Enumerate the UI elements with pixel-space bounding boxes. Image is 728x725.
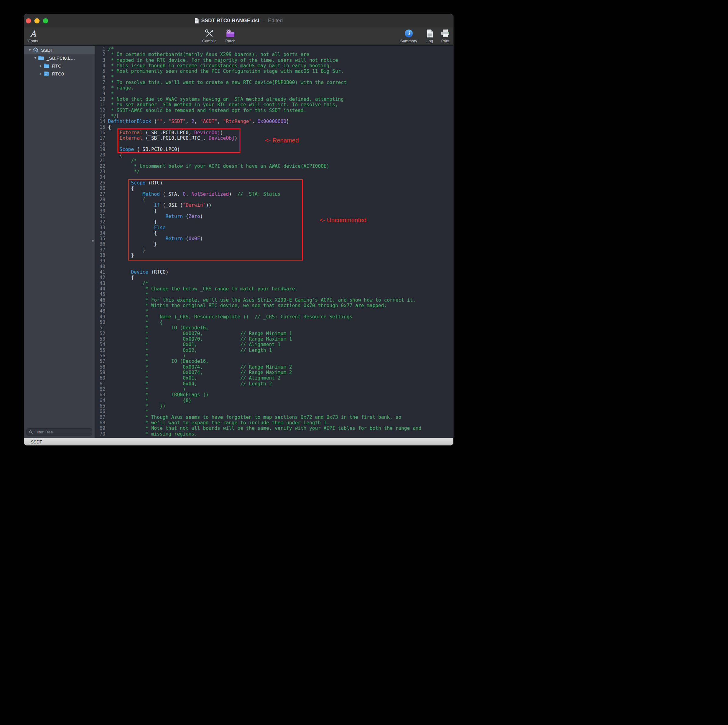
code-line[interactable]: 49 * Name (_CRS, ResourceTemplate () // …	[95, 314, 453, 320]
code-line[interactable]: 2 * On certain motherboards(mainly Asus …	[95, 52, 453, 57]
code-line[interactable]: 19 Scope (_SB.PCI0.LPC0)	[95, 147, 453, 152]
chevron-right-icon[interactable]: ▸	[38, 64, 44, 68]
code-line[interactable]: 6 *	[95, 74, 453, 80]
chevron-right-icon[interactable]: ▸	[38, 72, 44, 76]
code-line[interactable]: 20 {	[95, 152, 453, 158]
code-line[interactable]: 53 * 0x0070, // Range Maximum 1	[95, 336, 453, 342]
sidebar-item-rtc[interactable]: ▸RTC	[24, 62, 95, 70]
code-line[interactable]: 29 If (_OSI ("Darwin"))	[95, 202, 453, 208]
fonts-button[interactable]: A Fonts	[28, 29, 38, 43]
code-line[interactable]: 42 {	[95, 275, 453, 280]
code-line[interactable]: 31 Return (Zero)	[95, 214, 453, 219]
code-line[interactable]: 61 * 0x04, // Length 2	[95, 381, 453, 387]
code-line[interactable]: 34 {	[95, 230, 453, 236]
code-line[interactable]: 24	[95, 175, 453, 180]
code-line[interactable]: 14DefinitionBlock ("", "SSDT", 2, "ACDT"…	[95, 119, 453, 124]
line-number: 68	[95, 420, 105, 425]
code-line[interactable]: 70 * missing regions.	[95, 431, 453, 437]
code-line[interactable]: 13 */	[95, 113, 453, 119]
summary-button[interactable]: i Summary	[400, 29, 417, 43]
code-line[interactable]: 10 * Note that due to AWAC systems havin…	[95, 96, 453, 102]
filter-tree-field[interactable]	[26, 428, 92, 436]
code-line[interactable]: 33 Else	[95, 225, 453, 230]
code-line[interactable]: 55 * 0x02, // Length 1	[95, 347, 453, 353]
code-line[interactable]: 4 * this issue though in extreme circums…	[95, 63, 453, 69]
code-line[interactable]: 44 * Change the below _CRS range to matc…	[95, 286, 453, 292]
code-line[interactable]: 32 }	[95, 219, 453, 225]
code-line[interactable]: 45 *	[95, 292, 453, 297]
patch-button[interactable]: Patch	[225, 29, 236, 43]
code-line[interactable]: 3 * mapped in the RTC device. For the ma…	[95, 58, 453, 63]
filter-tree-input[interactable]	[34, 430, 90, 434]
code-line[interactable]: 8 * range.	[95, 85, 453, 91]
code-line[interactable]: 52 * 0x0070, // Range Minimum 1	[95, 331, 453, 336]
code-line[interactable]: 7 * To resolve this, we'll want to creat…	[95, 80, 453, 85]
code-line[interactable]: 59 * 0x0074, // Range Maximum 2	[95, 370, 453, 375]
code-line[interactable]: 9 *	[95, 91, 453, 96]
code-line[interactable]: 16 External (_SB_.PCI0.LPC0, DeviceObj)	[95, 130, 453, 135]
code-line[interactable]: 69 * Note that not all boards will be th…	[95, 425, 453, 431]
code-line[interactable]: 43 /*	[95, 281, 453, 286]
titlebar[interactable]: SSDT-RTC0-RANGE.dsl — Edited	[24, 14, 453, 28]
chevron-down-icon[interactable]: ▾	[27, 48, 32, 52]
sidebar-item-rtc0[interactable]: ▸RTC0	[24, 70, 95, 78]
code-line[interactable]: 39	[95, 258, 453, 263]
line-number: 56	[95, 353, 105, 358]
sidebar-item-sb-pci0-l[interactable]: ▾_SB.PCI0.L…	[24, 54, 95, 62]
line-number: 13	[95, 113, 105, 119]
code-line[interactable]: 37 }	[95, 247, 453, 252]
code-editor[interactable]: 1/*2 * On certain motherboards(mainly As…	[95, 46, 453, 438]
code-line[interactable]: 67 * Though Asus seems to have forgotten…	[95, 415, 453, 420]
code-line[interactable]: 30 {	[95, 208, 453, 214]
folder-icon	[44, 63, 50, 69]
code-line[interactable]: 62 * )	[95, 387, 453, 392]
code-line[interactable]: 58 * 0x0074, // Range Minimum 2	[95, 364, 453, 370]
code-line[interactable]: 35 Return (0x0F)	[95, 236, 453, 242]
code-line[interactable]: 15{	[95, 124, 453, 130]
code-area: 1/*2 * On certain motherboards(mainly As…	[95, 46, 453, 437]
line-number: 44	[95, 286, 105, 292]
code-line[interactable]: 63 * IRQNoFlags ()	[95, 392, 453, 398]
code-line[interactable]: 17 External (_SB_.PCI0.LPC0.RTC_, Device…	[95, 135, 453, 141]
code-line[interactable]: 5 * Most prominently seen around the PCI…	[95, 69, 453, 74]
code-line[interactable]: 21 /*	[95, 158, 453, 164]
code-line-text: {	[108, 152, 122, 158]
splitter-handle[interactable]	[92, 240, 94, 242]
code-line[interactable]: 23 */	[95, 169, 453, 174]
code-line[interactable]: 25 Scope (RTC)	[95, 180, 453, 186]
code-line[interactable]: 18	[95, 141, 453, 147]
code-line[interactable]: 1/*	[95, 46, 453, 52]
line-number: 64	[95, 398, 105, 403]
code-line[interactable]: 64 * {8}	[95, 398, 453, 403]
code-line[interactable]: 38 }	[95, 252, 453, 258]
code-line[interactable]: 28 {	[95, 197, 453, 202]
code-line-text: Return (0x0F)	[108, 236, 203, 242]
code-line[interactable]: 46 * For this example, we'll use the Asu…	[95, 297, 453, 303]
toolbar-label: Log	[427, 39, 433, 43]
print-button[interactable]: Print	[440, 29, 450, 43]
code-line[interactable]: 60 * 0x01, // Alignment 2	[95, 375, 453, 381]
log-button[interactable]: Log	[426, 29, 434, 43]
code-line[interactable]: 12 * SSDT-AWAC should be removed and ins…	[95, 108, 453, 113]
code-line[interactable]: 48 *	[95, 308, 453, 314]
code-line[interactable]: 57 * IO (Decode16,	[95, 358, 453, 364]
code-line[interactable]: 51 * IO (Decode16,	[95, 325, 453, 330]
sidebar-item-ssdt[interactable]: ▾SSDT	[24, 46, 95, 54]
code-line[interactable]: 11 * to set another _STA method in your …	[95, 102, 453, 107]
compile-button[interactable]: Compile	[202, 29, 217, 43]
code-line[interactable]: 40	[95, 264, 453, 269]
code-line[interactable]: 41 Device (RTC0)	[95, 269, 453, 275]
code-line[interactable]: 54 * 0x01, // Alignment 1	[95, 342, 453, 347]
code-line[interactable]: 65 * })	[95, 403, 453, 409]
code-line[interactable]: 27 Method (_STA, 0, NotSerialized) // _S…	[95, 191, 453, 197]
code-line[interactable]: 47 * Within the original RTC device, we …	[95, 303, 453, 308]
line-number: 67	[95, 415, 105, 420]
code-line[interactable]: 56 * )	[95, 353, 453, 358]
code-line[interactable]: 68 * we'll want to expand the range to i…	[95, 420, 453, 425]
chevron-down-icon[interactable]: ▾	[32, 56, 38, 60]
code-line[interactable]: 22 * Uncomment below if your ACPI doesn'…	[95, 164, 453, 169]
code-line[interactable]: 36 }	[95, 242, 453, 247]
code-line[interactable]: 66 *	[95, 409, 453, 414]
code-line[interactable]: 50 * {	[95, 320, 453, 325]
code-line[interactable]: 26 {	[95, 186, 453, 191]
